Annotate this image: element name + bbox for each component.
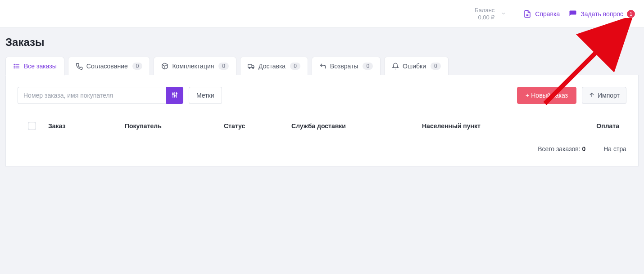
col-buyer: Покупатель <box>120 122 219 130</box>
new-order-button[interactable]: + Новый заказ <box>517 87 576 104</box>
chevron-down-icon[interactable] <box>501 10 506 18</box>
select-all-checkbox[interactable] <box>28 122 36 130</box>
col-payment: Оплата <box>544 122 624 130</box>
svg-point-11 <box>249 67 250 69</box>
col-delivery: Служба доставки <box>287 122 417 130</box>
box-icon <box>161 63 168 70</box>
balance-value: 0,00 ₽ <box>478 14 494 21</box>
help-label: Справка <box>535 10 560 18</box>
total-orders: Всего заказов: 0 <box>538 145 585 153</box>
svg-point-16 <box>174 95 176 96</box>
page-title: Заказы <box>5 36 639 49</box>
list-icon <box>13 63 20 70</box>
tab-count: 0 <box>218 63 229 70</box>
tab-label: Доставка <box>259 63 286 70</box>
search-input[interactable] <box>18 87 166 104</box>
help-link[interactable]: Справка <box>523 10 560 18</box>
svg-point-14 <box>172 93 174 94</box>
balance-label: Баланс <box>475 7 494 14</box>
labels-button[interactable]: Метки <box>189 87 222 104</box>
tabs-bar: Все заказы Согласование 0 Комплектация 0 <box>5 57 639 76</box>
truck-icon <box>248 63 255 70</box>
bell-icon <box>392 63 399 70</box>
page: Заказы Все заказы Согласование 0 <box>0 28 644 166</box>
notification-badge: 1 <box>627 10 635 18</box>
ask-question-link[interactable]: Задать вопрос 1 <box>569 10 635 18</box>
total-label: Всего заказов: <box>538 145 580 153</box>
tab-delivery[interactable]: Доставка 0 <box>240 57 308 76</box>
filter-row: Метки + Новый заказ Импорт <box>18 87 626 104</box>
tab-count: 0 <box>431 63 441 70</box>
col-status: Статус <box>219 122 287 130</box>
action-buttons-right: + Новый заказ Импорт <box>517 87 626 104</box>
labels-button-text: Метки <box>196 92 214 99</box>
plus-icon: + <box>526 92 529 99</box>
topbar: Баланс 0,00 ₽ Справка Задать вопрос 1 <box>0 0 644 28</box>
orders-table: Заказ Покупатель Статус Служба доставки … <box>18 115 626 137</box>
document-icon <box>523 10 531 18</box>
tab-approval[interactable]: Согласование 0 <box>68 57 150 76</box>
total-value: 0 <box>582 145 585 153</box>
svg-point-8 <box>14 67 14 68</box>
search-group <box>18 87 183 104</box>
orders-panel: Метки + Новый заказ Импорт <box>5 75 639 166</box>
upload-icon <box>589 92 595 99</box>
tab-returns[interactable]: Возвраты 0 <box>312 57 381 76</box>
tab-count: 0 <box>132 63 143 70</box>
svg-rect-10 <box>248 64 252 67</box>
balance-dropdown[interactable]: Баланс 0,00 ₽ <box>475 7 494 21</box>
tab-label: Возвраты <box>330 63 358 70</box>
col-city: Населенный пункт <box>417 122 544 130</box>
svg-point-6 <box>14 64 14 64</box>
filter-settings-button[interactable] <box>166 87 183 104</box>
select-all-cell <box>20 122 44 130</box>
tab-count: 0 <box>363 63 373 70</box>
import-text: Импорт <box>598 92 620 99</box>
tab-count: 0 <box>290 63 300 70</box>
sliders-icon <box>171 91 178 100</box>
tab-label: Ошибки <box>403 63 426 70</box>
table-footer: Всего заказов: 0 На стра <box>18 137 626 153</box>
tab-label: Согласование <box>86 63 128 70</box>
phone-icon <box>76 63 83 70</box>
chat-icon <box>569 10 577 18</box>
tab-label: Все заказы <box>24 63 57 70</box>
import-button[interactable]: Импорт <box>582 87 626 104</box>
new-order-text: Новый заказ <box>531 92 568 99</box>
table-header: Заказ Покупатель Статус Служба доставки … <box>18 115 626 137</box>
return-icon <box>319 63 327 70</box>
tab-all-orders[interactable]: Все заказы <box>5 57 64 76</box>
svg-point-7 <box>14 66 14 66</box>
per-page-label: На стра <box>603 145 626 153</box>
ask-label: Задать вопрос <box>581 10 623 18</box>
svg-point-18 <box>176 93 177 94</box>
tab-packing[interactable]: Комплектация 0 <box>154 57 236 76</box>
tab-label: Комплектация <box>172 63 214 70</box>
svg-point-12 <box>253 67 254 69</box>
col-order: Заказ <box>44 122 120 130</box>
tab-errors[interactable]: Ошибки 0 <box>384 57 449 76</box>
